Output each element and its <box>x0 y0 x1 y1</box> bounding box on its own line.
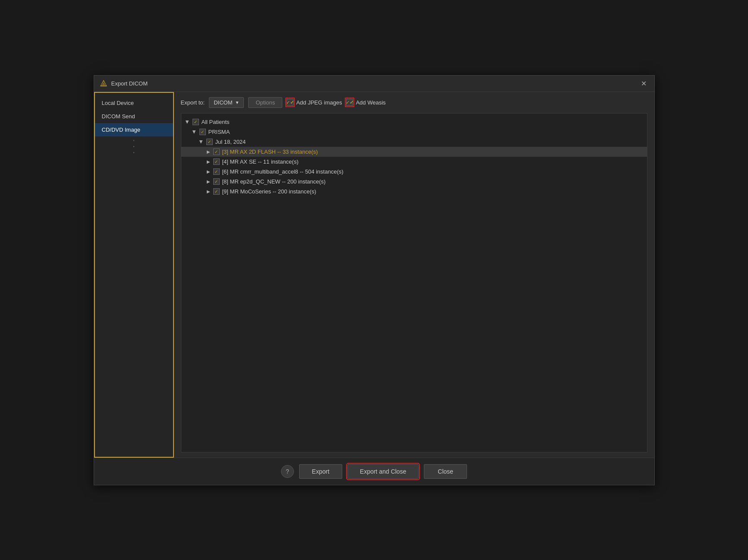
sidebar-item-cd-dvd-image[interactable]: CD/DVD Image <box>95 123 173 136</box>
tree-arrow-series-8: ▶ <box>205 178 211 184</box>
tree-item-series-9[interactable]: ▶ ✓ [9] MR MoCoSeries -- 200 instance(s) <box>181 187 647 196</box>
export-format-dropdown[interactable]: DICOM ▼ <box>209 97 244 108</box>
tree-checkbox-prisma[interactable]: ✓ <box>199 129 206 135</box>
study-tree: ▶ ✓ All Patients ▶ ✓ PRISMA ▶ ✓ Jul 18, … <box>181 113 647 452</box>
tree-arrow-all-patients: ▶ <box>185 119 191 125</box>
help-button[interactable]: ? <box>281 465 294 478</box>
close-button[interactable]: ✕ <box>638 79 649 89</box>
tree-label-all-patients: All Patients <box>202 119 230 125</box>
tree-arrow-series-4: ▶ <box>205 158 211 165</box>
export-to-label: Export to: <box>181 99 205 106</box>
tree-label-series-3: [3] MR AX 2D FLASH -- 33 instance(s) <box>222 149 318 155</box>
tree-item-series-3[interactable]: ▶ ✓ [3] MR AX 2D FLASH -- 33 instance(s) <box>181 147 647 157</box>
add-weasis-checkbox[interactable]: ✓ <box>346 99 353 106</box>
tree-label-series-4: [4] MR AX SE -- 11 instance(s) <box>222 158 299 165</box>
add-weasis-label: Add Weasis <box>356 99 385 106</box>
sidebar: Local Device DICOM Send CD/DVD Image ••• <box>94 92 174 458</box>
tree-checkbox-jul-18[interactable]: ✓ <box>206 139 213 145</box>
tree-checkbox-series-9[interactable]: ✓ <box>213 188 220 195</box>
title-bar: Export DICOM ✕ <box>94 76 654 92</box>
tree-checkbox-series-4[interactable]: ✓ <box>213 158 220 165</box>
close-dialog-button[interactable]: Close <box>424 464 467 479</box>
tree-item-prisma[interactable]: ▶ ✓ PRISMA <box>181 127 647 137</box>
sidebar-item-local-device[interactable]: Local Device <box>95 96 173 110</box>
tree-arrow-series-9: ▶ <box>205 188 211 194</box>
app-logo <box>99 79 108 88</box>
add-weasis-group: ✓ Add Weasis <box>346 99 385 106</box>
sidebar-item-dicom-send[interactable]: DICOM Send <box>95 110 173 123</box>
tree-item-jul-18[interactable]: ▶ ✓ Jul 18, 2024 <box>181 137 647 147</box>
tree-label-series-9: [9] MR MoCoSeries -- 200 instance(s) <box>222 188 316 195</box>
tree-label-prisma: PRISMA <box>208 129 230 135</box>
tree-item-all-patients[interactable]: ▶ ✓ All Patients <box>181 117 647 127</box>
add-jpeg-checkbox[interactable]: ✓ <box>287 99 294 106</box>
tree-checkbox-series-6[interactable]: ✓ <box>213 168 220 175</box>
main-content: Export to: DICOM ▼ Options ✓ Add JPEG im… <box>174 92 654 458</box>
tree-arrow-prisma: ▶ <box>192 129 198 135</box>
tree-checkbox-series-3[interactable]: ✓ <box>213 149 220 155</box>
tree-item-series-8[interactable]: ▶ ✓ [8] MR ep2d_QC_NEW -- 200 instance(s… <box>181 177 647 187</box>
export-and-close-button[interactable]: Export and Close <box>347 464 419 479</box>
add-jpeg-group: ✓ Add JPEG images <box>287 99 342 106</box>
tree-arrow-series-3: ▶ <box>205 149 211 155</box>
add-jpeg-label: Add JPEG images <box>296 99 342 106</box>
export-format-value: DICOM <box>214 99 232 106</box>
footer: ? Export Export and Close Close <box>94 458 654 485</box>
tree-item-series-4[interactable]: ▶ ✓ [4] MR AX SE -- 11 instance(s) <box>181 157 647 167</box>
dialog-title: Export DICOM <box>111 80 638 87</box>
tree-label-series-8: [8] MR ep2d_QC_NEW -- 200 instance(s) <box>222 178 326 185</box>
toolbar: Export to: DICOM ▼ Options ✓ Add JPEG im… <box>181 97 647 108</box>
tree-label-series-6: [6] MR cmrr_multiband_accel8 -- 504 inst… <box>222 168 344 175</box>
tree-checkbox-series-8[interactable]: ✓ <box>213 178 220 185</box>
tree-checkbox-all-patients[interactable]: ✓ <box>193 119 199 125</box>
tree-arrow-jul-18: ▶ <box>199 139 205 145</box>
options-button[interactable]: Options <box>248 97 282 108</box>
export-dicom-dialog: Export DICOM ✕ Local Device DICOM Send C… <box>94 75 655 485</box>
tree-arrow-series-6: ▶ <box>205 168 211 174</box>
tree-item-series-6[interactable]: ▶ ✓ [6] MR cmrr_multiband_accel8 -- 504 … <box>181 167 647 177</box>
tree-label-jul-18: Jul 18, 2024 <box>215 139 246 145</box>
sidebar-divider: ••• <box>95 136 173 157</box>
export-button[interactable]: Export <box>299 464 342 479</box>
dialog-body: Local Device DICOM Send CD/DVD Image •••… <box>94 92 654 458</box>
dropdown-arrow-icon: ▼ <box>235 100 239 105</box>
